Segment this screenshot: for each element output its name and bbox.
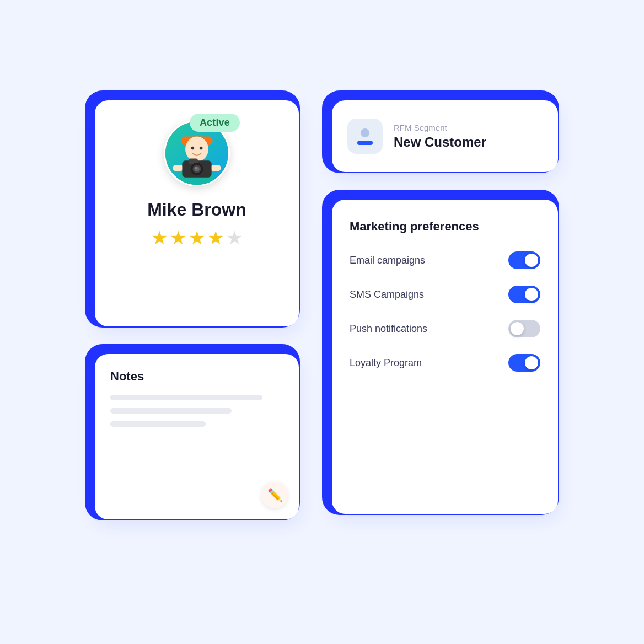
- toggle-email[interactable]: [508, 251, 540, 269]
- edit-button[interactable]: ✏️: [261, 482, 288, 508]
- svg-point-14: [200, 147, 203, 150]
- pref-row-email: Email campaigns: [350, 251, 540, 269]
- svg-point-15: [361, 128, 369, 137]
- rfm-text: RFM Segment New Customer: [394, 123, 486, 150]
- svg-rect-5: [173, 165, 183, 171]
- scene: Active Mike Brown ★ ★ ★ ★ ★ Notes ✏️ RFM: [74, 74, 570, 570]
- pref-label-sms: SMS Campaigns: [350, 289, 424, 300]
- svg-point-13: [191, 147, 195, 150]
- svg-point-11: [194, 167, 200, 172]
- rfm-label: RFM Segment: [394, 123, 486, 132]
- star-5: ★: [226, 227, 243, 249]
- svg-point-3: [185, 137, 208, 162]
- avatar-wrapper: Active: [164, 120, 230, 186]
- rfm-card: RFM Segment New Customer: [332, 100, 558, 172]
- star-3: ★: [189, 227, 205, 249]
- user-name: Mike Brown: [147, 200, 246, 220]
- note-line-2: [110, 408, 232, 414]
- star-rating: ★ ★ ★ ★ ★: [151, 227, 243, 249]
- pref-label-push: Push notifications: [350, 323, 427, 335]
- notes-title: Notes: [110, 369, 283, 384]
- user-icon: [355, 126, 375, 146]
- rfm-icon-box: [347, 119, 383, 154]
- star-1: ★: [151, 227, 168, 249]
- pref-row-loyalty: Loyalty Program: [350, 354, 540, 372]
- pref-label-email: Email campaigns: [350, 255, 425, 266]
- toggle-thumb-email: [525, 254, 538, 267]
- toggle-thumb-sms: [525, 288, 538, 301]
- toggle-thumb-loyalty: [525, 356, 538, 369]
- pref-label-loyalty: Loyalty Program: [350, 357, 422, 369]
- pencil-icon: ✏️: [267, 488, 282, 502]
- toggle-loyalty[interactable]: [508, 354, 540, 372]
- star-4: ★: [207, 227, 224, 249]
- toggle-thumb-push: [511, 322, 524, 335]
- note-line-3: [110, 421, 206, 427]
- pref-row-sms: SMS Campaigns: [350, 286, 540, 303]
- marketing-title: Marketing preferences: [350, 219, 540, 234]
- svg-rect-16: [357, 141, 373, 145]
- toggle-sms[interactable]: [508, 286, 540, 303]
- rfm-value: New Customer: [394, 135, 486, 150]
- star-2: ★: [170, 227, 186, 249]
- profile-card: Active Mike Brown ★ ★ ★ ★ ★: [95, 100, 299, 326]
- status-badge: Active: [190, 114, 240, 132]
- note-line-1: [110, 395, 262, 400]
- svg-point-12: [195, 167, 197, 169]
- svg-rect-6: [211, 165, 221, 171]
- pref-row-push: Push notifications: [350, 320, 540, 337]
- marketing-preferences-card: Marketing preferences Email campaigns SM…: [332, 200, 558, 514]
- notes-card: Notes ✏️: [95, 354, 299, 519]
- toggle-push[interactable]: [508, 320, 540, 337]
